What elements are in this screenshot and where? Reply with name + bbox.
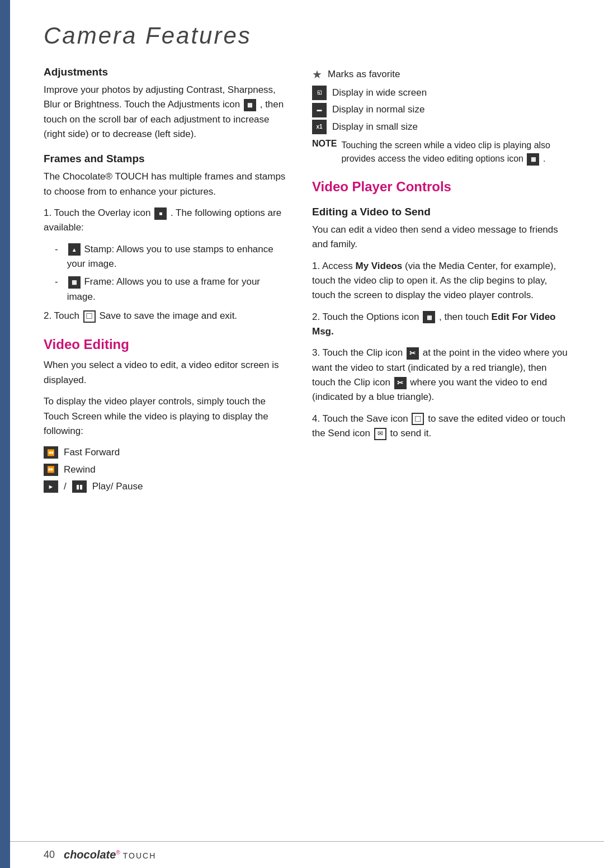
footer-brand: chocolate® TOUCH xyxy=(64,848,156,861)
video-step-4: 4. Touch the Save icon □ to save the edi… xyxy=(312,412,570,441)
small-size-item: x1 Display in small size xyxy=(312,120,570,134)
send-icon-step4: ✉ xyxy=(374,428,386,440)
editing-video-heading: Editing a Video to Send xyxy=(312,206,570,218)
col-right: ★ Marks as favorite ◱ Display in wide sc… xyxy=(312,66,570,499)
page-title: Camera Features xyxy=(44,22,570,49)
save-icon-step4: □ xyxy=(412,413,424,425)
note-text: Touching the screen while a video clip i… xyxy=(341,139,570,166)
normal-size-item: ▬ Display in normal size xyxy=(312,102,570,117)
frames-heading: Frames and Stamps xyxy=(44,153,290,165)
fast-forward-icon: ⏪ xyxy=(44,446,58,459)
options-list: ▲ Stamp: Allows you to use stamps to enh… xyxy=(44,242,290,304)
video-step-3: 3. Touch the Clip icon ✂ at the point in… xyxy=(312,346,570,404)
small-size-icon: x1 xyxy=(312,120,327,134)
fast-forward-item: ⏪ Fast Forward xyxy=(44,445,290,460)
play-icon: ► xyxy=(44,480,58,493)
adjustments-body: Improve your photos by adjusting Contras… xyxy=(44,83,290,141)
rewind-icon: ⏩ xyxy=(44,464,58,476)
clip-icon-step3a: ✂ xyxy=(407,347,419,360)
wide-screen-item: ◱ Display in wide screen xyxy=(312,86,570,100)
brand-name: chocolate xyxy=(64,848,116,861)
content-area: Camera Features Adjustments Improve your… xyxy=(10,0,604,533)
footer-page-num: 40 xyxy=(44,849,55,861)
clip-icon-step3b: ✂ xyxy=(394,377,407,389)
frame-icon: ▦ xyxy=(68,276,81,289)
col-left: Adjustments Improve your photos by adjus… xyxy=(44,66,290,499)
video-controls-list: ⏪ Fast Forward ⏩ Rewind ► / ▮▮ Play/ Pau… xyxy=(44,445,290,494)
options-icon-step2: ▦ xyxy=(423,311,435,323)
star-icon: ★ xyxy=(312,66,322,83)
note-block: NOTE Touching the screen while a video c… xyxy=(312,139,570,166)
video-editing-heading: Video Editing xyxy=(44,337,290,352)
step1-text: 1. Touch the Overlay icon ■ . The follow… xyxy=(44,206,290,235)
pause-icon: ▮▮ xyxy=(72,480,87,493)
video-editing-body1: When you select a video to edit, a video… xyxy=(44,358,290,388)
page-container: Camera Features Adjustments Improve your… xyxy=(0,0,604,868)
brand-suffix: TOUCH xyxy=(123,851,157,860)
feature-icon-list: ★ Marks as favorite ◱ Display in wide sc… xyxy=(312,66,570,134)
editing-video-body: You can edit a video then send a video m… xyxy=(312,223,570,252)
normal-size-icon: ▬ xyxy=(312,103,327,117)
adjustments-icon: ▦ xyxy=(244,99,256,111)
play-pause-item: ► / ▮▮ Play/ Pause xyxy=(44,479,290,494)
save-icon-step2: □ xyxy=(83,310,96,323)
stamp-option: ▲ Stamp: Allows you to use stamps to enh… xyxy=(55,242,290,272)
footer: 40 chocolate® TOUCH xyxy=(10,841,604,868)
note-label: NOTE xyxy=(312,139,337,166)
stamp-icon: ▲ xyxy=(68,243,81,256)
frames-body: The Chocolate® TOUCH has multiple frames… xyxy=(44,169,290,199)
video-step-2: 2. Touch the Options icon ▦ , then touch… xyxy=(312,310,570,339)
video-editing-body2: To display the video player controls, si… xyxy=(44,394,290,438)
frame-option: ▦ Frame: Allows you to use a frame for y… xyxy=(55,275,290,304)
video-player-heading: Video Player Controls xyxy=(312,179,570,195)
options-icon-note: ▦ xyxy=(527,153,539,166)
overlay-icon: ■ xyxy=(154,207,167,220)
wide-screen-icon: ◱ xyxy=(312,86,327,100)
two-col-layout: Adjustments Improve your photos by adjus… xyxy=(44,66,570,499)
video-step-1: 1. Access My Videos (via the Media Cente… xyxy=(312,259,570,303)
left-bar xyxy=(0,0,10,868)
video-steps-list: 1. Access My Videos (via the Media Cente… xyxy=(312,259,570,441)
marks-favorite-item: ★ Marks as favorite xyxy=(312,66,570,83)
adjustments-heading: Adjustments xyxy=(44,66,290,78)
step2-text: 2. Touch □ Save to save the image and ex… xyxy=(44,309,290,323)
rewind-item: ⏩ Rewind xyxy=(44,463,290,477)
